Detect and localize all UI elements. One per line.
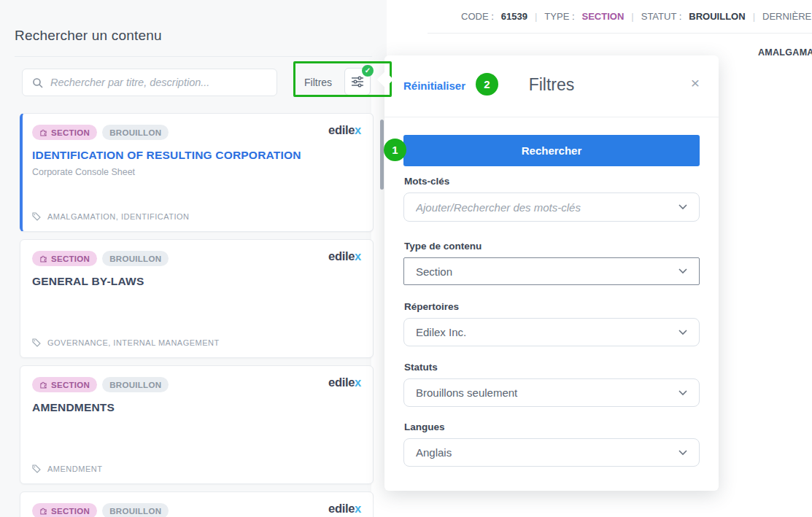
edilex-logo: edilex: [328, 123, 361, 137]
card-title[interactable]: AMENDMENTS: [32, 401, 361, 414]
draft-badge-label: BROUILLON: [109, 128, 161, 137]
tag-icon: [32, 338, 41, 347]
separator: |: [753, 11, 755, 22]
edilex-logo: edilex: [328, 376, 361, 389]
card-badges: SECTION BROUILLON: [32, 503, 361, 517]
derniere-pub-label: DERNIÈRE PUB: [762, 11, 812, 22]
card-tags-label: AMALGAMATION, IDENTIFICATION: [47, 212, 190, 221]
draft-badge: BROUILLON: [102, 377, 169, 392]
draft-badge: BROUILLON: [102, 125, 169, 140]
directories-select[interactable]: Edilex Inc.: [403, 318, 700, 346]
type-label: TYPE :: [544, 11, 574, 22]
draft-badge: BROUILLON: [102, 503, 169, 517]
search-input[interactable]: [50, 70, 273, 95]
card-title[interactable]: IDENTIFICATION OF RESULTING CORPORATION: [32, 149, 361, 162]
tag-icon: [32, 212, 41, 221]
directories-value: Edilex Inc.: [416, 326, 466, 338]
puzzle-icon: [39, 128, 47, 136]
keywords-field[interactable]: [403, 193, 700, 222]
section-badge: SECTION: [32, 377, 97, 392]
card-subtitle: Corporate Console Sheet: [32, 167, 361, 177]
code-value: 61539: [501, 11, 527, 22]
edilex-logo: edilex: [328, 249, 361, 263]
chevron-down-icon: [678, 390, 687, 396]
draft-badge-label: BROUILLON: [109, 507, 161, 516]
statut-value: BROUILLON: [689, 11, 745, 22]
section-badge: SECTION: [32, 503, 97, 517]
draft-badge-label: BROUILLON: [109, 381, 161, 389]
dialog-divider: [384, 117, 719, 117]
annotation-step-1: 1: [384, 139, 406, 161]
card-tags: GOVERNANCE, INTERNAL MANAGEMENT: [32, 338, 220, 347]
separator: |: [631, 11, 633, 22]
annotation-step-2: 2: [476, 73, 498, 96]
card-tags-label: GOVERNANCE, INTERNAL MANAGEMENT: [47, 338, 220, 347]
draft-badge-label: BROUILLON: [109, 254, 161, 263]
card-tags: AMENDMENT: [32, 464, 102, 473]
chevron-down-icon: [678, 268, 687, 274]
card-tags-label: AMENDMENT: [47, 464, 102, 473]
statuses-value: Brouillons seulement: [416, 386, 517, 399]
document-meta-bar: CODE : 61539 | TYPE : SECTION | STATUT :…: [461, 9, 812, 23]
statuses-label: Statuts: [404, 362, 438, 373]
keywords-label: Mots-clés: [404, 176, 449, 187]
languages-value: Anglais: [416, 446, 452, 459]
draft-badge: BROUILLON: [102, 251, 169, 266]
keywords-input[interactable]: [416, 201, 670, 214]
tag-icon: [32, 464, 41, 473]
content-type-select[interactable]: Section: [403, 257, 700, 285]
apply-filters-button[interactable]: Rechercher: [403, 135, 700, 166]
content-card-amendments[interactable]: SECTION BROUILLON edilex AMENDMENTS AMEN…: [20, 365, 374, 484]
chevron-down-icon: [678, 330, 687, 335]
section-badge-label: SECTION: [51, 507, 90, 516]
search-icon: [32, 77, 44, 89]
document-tag-label: AMALGAMATION: [758, 47, 812, 58]
header-divider: [428, 33, 812, 34]
scrollbar-thumb[interactable]: [380, 120, 384, 190]
search-field[interactable]: [22, 69, 277, 96]
statut-label: STATUT :: [641, 11, 682, 22]
filters-active-check-icon: ✓: [362, 65, 374, 77]
close-icon[interactable]: ×: [691, 75, 700, 90]
puzzle-icon: [39, 254, 47, 263]
section-badge-label: SECTION: [51, 381, 90, 389]
card-badges: SECTION BROUILLON: [32, 377, 361, 392]
panel-divider: [15, 56, 372, 57]
puzzle-icon: [39, 381, 47, 389]
page-title: Rechercher un contenu: [15, 28, 162, 44]
section-badge: SECTION: [32, 251, 97, 266]
content-card-bylaws[interactable]: SECTION BROUILLON edilex GENERAL BY-LAWS…: [20, 239, 374, 358]
type-value: SECTION: [582, 11, 625, 22]
code-label: CODE :: [461, 11, 494, 22]
content-type-value: Section: [416, 265, 452, 278]
statuses-select[interactable]: Brouillons seulement: [403, 378, 700, 407]
section-badge-label: SECTION: [51, 128, 90, 137]
languages-label: Langues: [404, 421, 445, 432]
dialog-title: Filtres: [384, 75, 719, 95]
card-badges: SECTION BROUILLON: [32, 251, 361, 266]
filters-dialog: Réinitialiser Filtres × Rechercher Mots-…: [384, 55, 719, 491]
content-type-label: Type de contenu: [404, 241, 482, 252]
chevron-down-icon: [678, 204, 687, 210]
section-badge: SECTION: [32, 125, 97, 140]
document-tag: AMALGAMATION: [752, 47, 812, 58]
section-badge-label: SECTION: [51, 254, 90, 263]
card-tags: AMALGAMATION, IDENTIFICATION: [32, 212, 190, 221]
card-title[interactable]: GENERAL BY-LAWS: [32, 275, 361, 288]
content-card-identification[interactable]: SECTION BROUILLON edilex IDENTIFICATION …: [20, 113, 374, 232]
directories-label: Répertoires: [404, 301, 459, 312]
content-card-partial[interactable]: SECTION BROUILLON edilex: [20, 491, 374, 517]
card-badges: SECTION BROUILLON: [32, 125, 361, 140]
languages-select[interactable]: Anglais: [403, 438, 700, 467]
separator: |: [535, 11, 537, 22]
edilex-logo: edilex: [328, 502, 361, 516]
puzzle-icon: [39, 507, 47, 515]
chevron-down-icon: [678, 450, 687, 456]
